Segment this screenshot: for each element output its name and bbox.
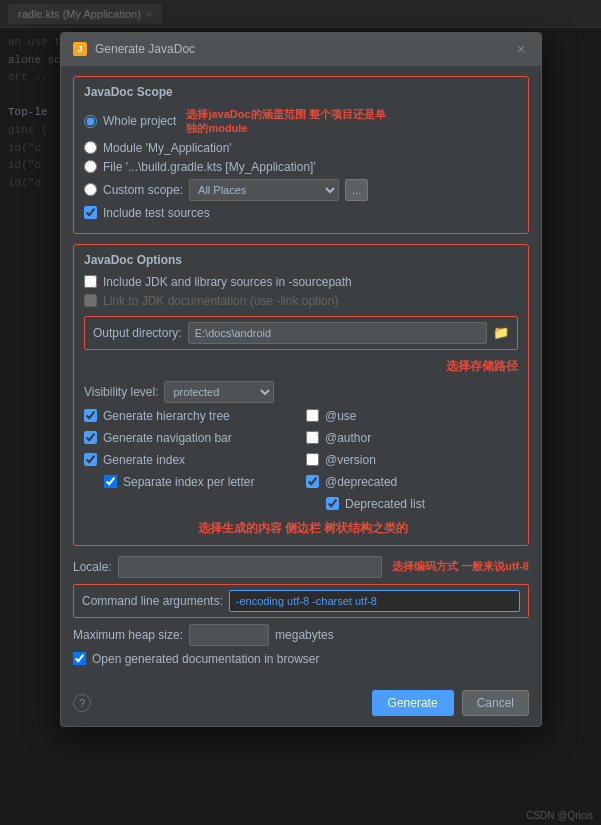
locale-label: Locale: bbox=[73, 560, 112, 574]
separate-index-label: Separate index per letter bbox=[123, 475, 254, 489]
output-dir-label: Output directory: bbox=[93, 326, 182, 340]
deprecated-list-label: Deprecated list bbox=[345, 497, 425, 511]
link-jdk-label: Link to JDK documentation (use -link opt… bbox=[103, 294, 338, 308]
scope-section: JavaDoc Scope Whole project 选择javaDoc的涵盖… bbox=[73, 76, 529, 234]
scope-annotation: 选择javaDoc的涵盖范围 整个项目还是单独的module bbox=[186, 107, 386, 136]
gen-navbar-label: Generate navigation bar bbox=[103, 431, 232, 445]
folder-icon[interactable]: 📁 bbox=[493, 325, 509, 340]
scope-section-title: JavaDoc Scope bbox=[84, 85, 518, 99]
at-deprecated-option[interactable]: @deprecated bbox=[306, 475, 518, 489]
scope-module-label: Module 'My_Application' bbox=[103, 141, 232, 155]
scope-file-label: File '...\build.gradle.kts [My_Applicati… bbox=[103, 160, 316, 174]
gen-index-label: Generate index bbox=[103, 453, 185, 467]
cmdline-input[interactable] bbox=[229, 590, 520, 612]
scope-custom-dropdown[interactable]: All Places bbox=[189, 179, 339, 201]
scope-custom-more-button[interactable]: ... bbox=[345, 179, 368, 201]
open-browser-label: Open generated documentation in browser bbox=[92, 652, 319, 666]
scope-custom-option[interactable]: Custom scope: All Places ... bbox=[84, 179, 518, 201]
include-test-checkbox[interactable] bbox=[84, 206, 97, 219]
include-jdk-label: Include JDK and library sources in -sour… bbox=[103, 275, 352, 289]
link-jdk-checkbox bbox=[84, 294, 97, 307]
cmdline-section: Command line arguments: bbox=[73, 584, 529, 618]
heap-row: Maximum heap size: megabytes bbox=[73, 624, 529, 646]
locale-input[interactable] bbox=[118, 556, 382, 578]
watermark: CSDN @Qricis bbox=[526, 810, 593, 821]
separate-index-option[interactable]: Separate index per letter bbox=[84, 475, 296, 489]
gen-hierarchy-option[interactable]: Generate hierarchy tree bbox=[84, 409, 296, 423]
options-annotation: 选择生成的内容 侧边栏 树状结构之类的 bbox=[198, 521, 409, 535]
at-deprecated-label: @deprecated bbox=[325, 475, 397, 489]
open-browser-row[interactable]: Open generated documentation in browser bbox=[73, 652, 529, 666]
heap-input[interactable] bbox=[189, 624, 269, 646]
scope-whole-project-label: Whole project bbox=[103, 114, 176, 128]
heap-unit: megabytes bbox=[275, 628, 334, 642]
options-section-title: JavaDoc Options bbox=[84, 253, 518, 267]
scope-whole-project-option[interactable]: Whole project 选择javaDoc的涵盖范围 整个项目还是单独的mo… bbox=[84, 107, 518, 136]
gen-hierarchy-label: Generate hierarchy tree bbox=[103, 409, 230, 423]
scope-module-radio[interactable] bbox=[84, 141, 97, 154]
at-author-checkbox[interactable] bbox=[306, 431, 319, 444]
scope-whole-project-radio[interactable] bbox=[84, 115, 97, 128]
include-test-option[interactable]: Include test sources bbox=[84, 206, 518, 220]
at-deprecated-checkbox[interactable] bbox=[306, 475, 319, 488]
cancel-button[interactable]: Cancel bbox=[462, 690, 529, 716]
at-use-option[interactable]: @use bbox=[306, 409, 518, 423]
javadoc-icon: J bbox=[73, 42, 87, 56]
gen-navbar-checkbox[interactable] bbox=[84, 431, 97, 444]
visibility-row: Visibility level: public protected packa… bbox=[84, 381, 518, 403]
scope-file-option[interactable]: File '...\build.gradle.kts [My_Applicati… bbox=[84, 160, 518, 174]
dialog-footer: ? Generate Cancel bbox=[61, 684, 541, 726]
open-browser-checkbox[interactable] bbox=[73, 652, 86, 665]
scope-custom-label: Custom scope: bbox=[103, 183, 183, 197]
dialog-body: JavaDoc Scope Whole project 选择javaDoc的涵盖… bbox=[61, 66, 541, 684]
at-author-label: @author bbox=[325, 431, 371, 445]
generate-button[interactable]: Generate bbox=[372, 690, 454, 716]
include-jdk-checkbox[interactable] bbox=[84, 275, 97, 288]
at-use-checkbox[interactable] bbox=[306, 409, 319, 422]
scope-module-option[interactable]: Module 'My_Application' bbox=[84, 141, 518, 155]
gen-options-grid: Generate hierarchy tree @use Generate na… bbox=[84, 409, 518, 516]
locale-row: Locale: 选择编码方式 一般来说utf-8 bbox=[73, 556, 529, 578]
gen-index-checkbox[interactable] bbox=[84, 453, 97, 466]
at-version-checkbox[interactable] bbox=[306, 453, 319, 466]
footer-buttons: Generate Cancel bbox=[372, 690, 529, 716]
output-dir-input[interactable] bbox=[188, 322, 487, 344]
heap-label: Maximum heap size: bbox=[73, 628, 183, 642]
output-dir-section: Output directory: 📁 bbox=[84, 316, 518, 350]
cmdline-label: Command line arguments: bbox=[82, 594, 223, 608]
dialog-title: Generate JavaDoc bbox=[95, 42, 195, 56]
at-use-label: @use bbox=[325, 409, 357, 423]
include-test-label: Include test sources bbox=[103, 206, 210, 220]
at-version-option[interactable]: @version bbox=[306, 453, 518, 467]
scope-file-radio[interactable] bbox=[84, 160, 97, 173]
help-button[interactable]: ? bbox=[73, 694, 91, 712]
at-version-label: @version bbox=[325, 453, 376, 467]
deprecated-list-option[interactable]: Deprecated list bbox=[306, 497, 518, 511]
deprecated-list-checkbox[interactable] bbox=[326, 497, 339, 510]
options-section: JavaDoc Options Include JDK and library … bbox=[73, 244, 529, 546]
link-jdk-option: Link to JDK documentation (use -link opt… bbox=[84, 294, 518, 308]
visibility-dropdown[interactable]: public protected package private bbox=[164, 381, 274, 403]
output-dir-annotation: 选择存储路径 bbox=[84, 358, 518, 375]
separate-index-checkbox[interactable] bbox=[104, 475, 117, 488]
gen-index-option[interactable]: Generate index bbox=[84, 453, 296, 467]
generate-javadoc-dialog: J Generate JavaDoc × JavaDoc Scope Whole… bbox=[60, 32, 542, 727]
gen-hierarchy-checkbox[interactable] bbox=[84, 409, 97, 422]
dialog-close-button[interactable]: × bbox=[513, 41, 529, 57]
visibility-label: Visibility level: bbox=[84, 385, 158, 399]
dialog-header: J Generate JavaDoc × bbox=[61, 33, 541, 66]
include-jdk-option[interactable]: Include JDK and library sources in -sour… bbox=[84, 275, 518, 289]
at-author-option[interactable]: @author bbox=[306, 431, 518, 445]
locale-annotation: 选择编码方式 一般来说utf-8 bbox=[392, 559, 529, 574]
scope-custom-radio[interactable] bbox=[84, 183, 97, 196]
gen-navbar-option[interactable]: Generate navigation bar bbox=[84, 431, 296, 445]
